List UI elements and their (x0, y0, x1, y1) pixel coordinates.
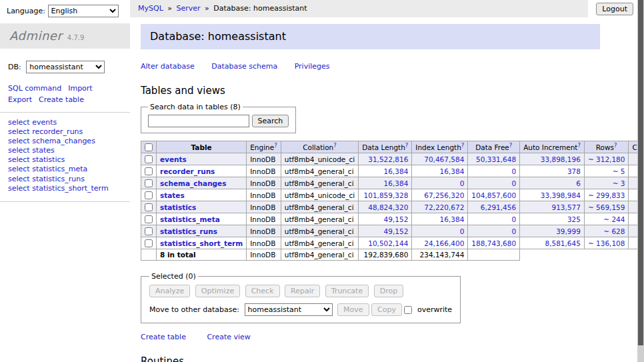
index-length-link[interactable]: 0 (460, 179, 465, 187)
index-length-link[interactable]: 0 (460, 227, 465, 235)
copy-button[interactable]: Copy (371, 303, 402, 316)
data-length-link[interactable]: 49,152 (384, 227, 409, 235)
data-length-link[interactable]: 48,824,320 (368, 203, 408, 211)
auto-increment-help-link[interactable]: ? (577, 141, 581, 148)
database-schema-link[interactable]: Database schema (211, 62, 277, 71)
table-name-link[interactable]: schema_changes (160, 179, 227, 187)
table-name-link[interactable]: statistics (160, 203, 196, 211)
data-free-link[interactable]: 104,857,600 (471, 191, 516, 199)
sidebar-item-statistics[interactable]: select statistics (8, 155, 122, 165)
sidebar-item-states[interactable]: select states (8, 146, 122, 155)
row-checkbox[interactable] (145, 191, 153, 199)
data-length-link[interactable]: 31,522,816 (368, 155, 408, 163)
auto-increment-link[interactable]: 33,898,196 (541, 155, 581, 163)
sidebar-item-statistics-short-term[interactable]: select statistics_short_term (8, 184, 122, 193)
data-length-link[interactable]: 49,152 (384, 215, 409, 223)
search-input[interactable] (148, 115, 249, 127)
sidebar-item-schema-changes[interactable]: select schema_changes (8, 137, 122, 146)
data-length-link[interactable]: 10,502,144 (368, 239, 408, 247)
auto-increment-link[interactable]: 8,581,645 (545, 239, 580, 247)
data-free-link[interactable]: 188,743,680 (471, 239, 516, 247)
optimize-button[interactable]: Optimize (195, 285, 240, 297)
create-table-link[interactable]: Create table (141, 333, 186, 341)
data-free-link[interactable]: 0 (511, 227, 516, 235)
table-name-link[interactable]: recorder_runs (160, 167, 215, 175)
rows-count-link[interactable]: ~ 3 (613, 179, 625, 187)
sidebar-item-events[interactable]: select events (8, 118, 122, 127)
rows-count-link[interactable]: ~ 628 (603, 227, 625, 235)
auto-increment-link[interactable]: 378 (567, 167, 581, 175)
alter-database-link[interactable]: Alter database (141, 62, 195, 71)
index-length-link[interactable]: 70,467,584 (424, 155, 464, 163)
data-free-link[interactable]: 0 (511, 167, 516, 175)
rows-count-link[interactable]: ~ 569,159 (588, 203, 625, 211)
index-length-link[interactable]: 67,256,320 (424, 191, 464, 199)
select-all-checkbox[interactable] (145, 143, 153, 151)
data-free-link[interactable]: 0 (511, 215, 516, 223)
rows-count-link[interactable]: ~ 312,180 (588, 155, 625, 163)
logout-button[interactable]: Logout (596, 3, 633, 15)
index-length-help-link[interactable]: ? (461, 141, 465, 148)
rows-count-link[interactable]: ~ 5 (613, 167, 625, 175)
sql-command-link[interactable]: SQL command (8, 84, 61, 93)
export-link[interactable]: Export (8, 95, 32, 104)
collation-help-link[interactable]: ? (333, 141, 337, 148)
vertical-scrollbar[interactable] (637, 0, 644, 362)
row-checkbox[interactable] (145, 227, 153, 235)
data-free-link[interactable]: 6,291,456 (481, 203, 516, 211)
table-name-link[interactable]: statistics_runs (160, 227, 217, 235)
index-length-link[interactable]: 72,220,672 (424, 203, 464, 211)
scrollbar-thumb[interactable] (638, 0, 643, 345)
drop-button[interactable]: Drop (374, 285, 403, 297)
data-length-help-link[interactable]: ? (405, 141, 409, 148)
breadcrumb-server-link[interactable]: Server (177, 4, 201, 13)
data-length-link[interactable]: 16,384 (384, 167, 409, 175)
table-name-link[interactable]: statistics_meta (160, 215, 220, 223)
table-name-link[interactable]: events (160, 155, 187, 163)
rows-help-link[interactable]: ? (614, 141, 617, 148)
auto-increment-link[interactable]: 325 (567, 215, 581, 223)
row-checkbox[interactable] (145, 203, 153, 211)
data-free-link[interactable]: 0 (511, 179, 516, 187)
data-length-link[interactable]: 16,384 (384, 179, 409, 187)
index-length-link[interactable]: 16,384 (440, 167, 465, 175)
row-checkbox[interactable] (145, 215, 153, 223)
rows-count-link[interactable]: ~ 136,108 (588, 239, 625, 247)
rows-count-link[interactable]: ~ 244 (603, 215, 625, 223)
rows-count-link[interactable]: ~ 299,833 (588, 191, 625, 199)
table-name-link[interactable]: states (160, 191, 185, 199)
sidebar-item-statistics-runs[interactable]: select statistics_runs (8, 175, 122, 184)
sidebar-item-recorder-runs[interactable]: select recorder_runs (8, 127, 122, 137)
index-length-link[interactable]: 16,384 (440, 215, 465, 223)
engine-help-link[interactable]: ? (274, 141, 277, 148)
create-table-link-side[interactable]: Create table (39, 95, 84, 104)
repair-button[interactable]: Repair (285, 285, 320, 297)
move-button[interactable]: Move (337, 303, 369, 316)
overwrite-checkbox[interactable] (404, 306, 412, 314)
privileges-link[interactable]: Privileges (295, 62, 330, 71)
row-checkbox[interactable] (145, 155, 153, 163)
truncate-button[interactable]: Truncate (325, 285, 369, 297)
create-view-link[interactable]: Create view (207, 333, 250, 341)
db-select[interactable]: homeassistant (26, 61, 105, 73)
data-free-help-link[interactable]: ? (509, 141, 513, 148)
move-database-select[interactable]: homeassistant (245, 303, 333, 316)
row-checkbox[interactable] (145, 179, 153, 187)
search-button[interactable]: Search (252, 115, 289, 127)
import-link[interactable]: Import (68, 84, 93, 93)
data-length-link[interactable]: 101,859,328 (364, 191, 409, 199)
auto-increment-link[interactable]: 913,577 (552, 203, 581, 211)
auto-increment-link[interactable]: 6 (576, 179, 581, 187)
data-free-link[interactable]: 50,331,648 (476, 155, 516, 163)
language-select[interactable]: English (48, 5, 119, 17)
breadcrumb-mysql-link[interactable]: MySQL (138, 4, 163, 13)
index-length-link[interactable]: 24,166,400 (424, 239, 464, 247)
check-button[interactable]: Check (245, 285, 280, 297)
auto-increment-link[interactable]: 33,398,984 (541, 191, 581, 199)
sidebar-item-statistics-meta[interactable]: select statistics_meta (8, 165, 122, 174)
auto-increment-link[interactable]: 39,999 (556, 227, 581, 235)
table-name-link[interactable]: statistics_short_term (160, 239, 243, 247)
row-checkbox[interactable] (145, 239, 153, 247)
analyze-button[interactable]: Analyze (149, 285, 190, 297)
row-checkbox[interactable] (145, 167, 153, 175)
